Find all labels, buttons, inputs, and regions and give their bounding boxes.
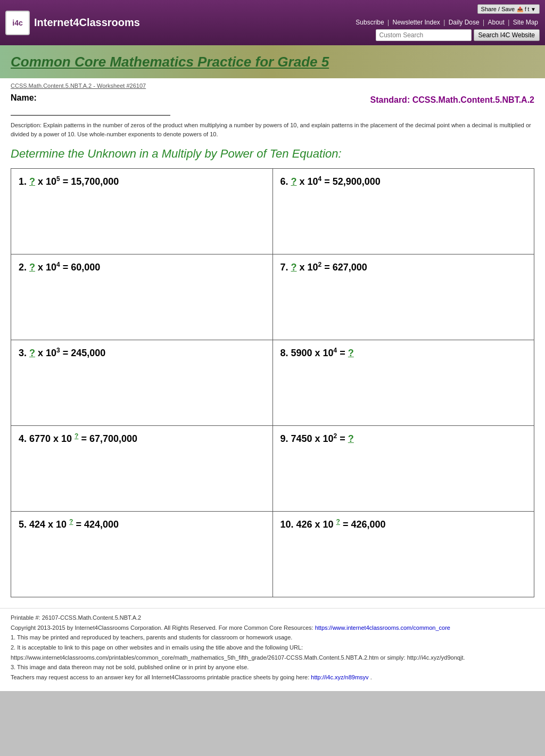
site-title: Internet4Classrooms bbox=[34, 17, 140, 29]
problem-4: 4. 6770 x 10 ? = 67,700,000 bbox=[11, 426, 273, 511]
search-input[interactable] bbox=[376, 29, 472, 41]
nav-area: Share / Save 📤 f t ▼ Subscribe | Newslet… bbox=[354, 4, 540, 41]
grid-row-2: 2. ? x 104 = 60,000 7. ? x 102 = 627,000 bbox=[11, 254, 534, 340]
main-content: CCSS.Math.Content.5.NBT.A.2 - Worksheet … bbox=[0, 78, 545, 608]
footer-note3: 3. This image and data thereon may not b… bbox=[11, 662, 534, 672]
problem-3-text: 3. ? x 103 = 245,000 bbox=[19, 348, 105, 358]
nav-newsletter[interactable]: Newsletter Index bbox=[392, 19, 440, 26]
problem-10-text: 10. 426 x 10 ? = 426,000 bbox=[280, 519, 386, 530]
problem-2-unknown: ? bbox=[29, 262, 35, 273]
description: Description: Explain patterns in the num… bbox=[11, 121, 534, 138]
problem-2: 2. ? x 104 = 60,000 bbox=[11, 254, 273, 340]
problem-9-unknown: ? bbox=[348, 433, 354, 444]
grid-row-5: 5. 424 x 10 ? = 424,000 10. 426 x 10 ? =… bbox=[11, 512, 534, 597]
problem-9: 9. 7450 x 102 = ? bbox=[273, 426, 534, 511]
search-button[interactable]: Search I4C Website bbox=[474, 29, 540, 41]
footer-copyright-link[interactable]: https://www.internet4classrooms.com/comm… bbox=[315, 624, 450, 631]
problem-3-unknown: ? bbox=[29, 348, 35, 358]
problem-6-text: 6. ? x 104 = 52,900,000 bbox=[280, 176, 381, 187]
name-label: Name: bbox=[11, 93, 370, 103]
footer-note2: 2. It is acceptable to link to this page… bbox=[11, 643, 534, 662]
nav-site-map[interactable]: Site Map bbox=[513, 19, 538, 26]
problem-7-unknown: ? bbox=[291, 262, 297, 273]
problem-5: 5. 424 x 10 ? = 424,000 bbox=[11, 512, 273, 597]
problem-8-text: 8. 5900 x 104 = ? bbox=[280, 348, 354, 358]
problem-5-unknown: ? bbox=[69, 518, 73, 525]
footer: Printable #: 26107-CCSS.Math.Content.5.N… bbox=[0, 608, 545, 691]
footer-printable: Printable #: 26107-CCSS.Math.Content.5.N… bbox=[11, 613, 534, 623]
grid-row-4: 4. 6770 x 10 ? = 67,700,000 9. 7450 x 10… bbox=[11, 426, 534, 512]
footer-note1: 1. This may be printed and reproduced by… bbox=[11, 632, 534, 643]
search-row: Search I4C Website bbox=[354, 29, 540, 41]
grid-row-1: 1. ? x 105 = 15,700,000 6. ? x 104 = 52,… bbox=[11, 169, 534, 254]
problem-6: 6. ? x 104 = 52,900,000 bbox=[273, 169, 534, 254]
name-section: Name: bbox=[11, 93, 370, 116]
problem-6-unknown: ? bbox=[291, 176, 297, 187]
banner: Common Core Mathematics Practice for Gra… bbox=[0, 45, 545, 78]
problem-3: 3. ? x 103 = 245,000 bbox=[11, 340, 273, 425]
problem-4-text: 4. 6770 x 10 ? = 67,700,000 bbox=[19, 433, 137, 444]
nav-links: Subscribe | Newsletter Index | Daily Dos… bbox=[354, 19, 540, 26]
grid-row-3: 3. ? x 103 = 245,000 8. 5900 x 104 = ? bbox=[11, 340, 534, 426]
footer-note4: Teachers may request access to an answer… bbox=[11, 672, 534, 683]
problem-2-text: 2. ? x 104 = 60,000 bbox=[19, 262, 100, 273]
problem-8: 8. 5900 x 104 = ? bbox=[273, 340, 534, 425]
problem-7-text: 7. ? x 102 = 627,000 bbox=[280, 262, 367, 273]
footer-copyright: Copyright 2013-2015 by Internet4Classroo… bbox=[11, 623, 534, 633]
logo-icon: i4c bbox=[5, 11, 30, 35]
footer-note4-link[interactable]: http://i4c.xyz/n89msyv bbox=[311, 674, 368, 680]
problem-10: 10. 426 x 10 ? = 426,000 bbox=[273, 512, 534, 597]
problem-5-text: 5. 424 x 10 ? = 424,000 bbox=[19, 519, 119, 530]
share-icon: 📤 f t ▼ bbox=[517, 6, 536, 12]
problem-1-text: 1. ? x 105 = 15,700,000 bbox=[19, 176, 119, 187]
problem-10-unknown: ? bbox=[336, 518, 340, 525]
problem-7: 7. ? x 102 = 627,000 bbox=[273, 254, 534, 340]
standard-label: Standard: CCSS.Math.Content.5.NBT.A.2 bbox=[370, 95, 534, 104]
worksheet-heading: Determine the Unknown in a Multiply by P… bbox=[11, 147, 534, 161]
standard-section: Standard: CCSS.Math.Content.5.NBT.A.2 bbox=[370, 93, 534, 105]
share-label: Share / Save bbox=[481, 6, 515, 12]
problem-4-unknown: ? bbox=[75, 432, 78, 440]
page-header: i4c Internet4Classrooms Share / Save 📤 f… bbox=[0, 0, 545, 45]
nav-daily-dose[interactable]: Daily Dose bbox=[449, 19, 480, 26]
nav-subscribe[interactable]: Subscribe bbox=[356, 19, 384, 26]
nav-about[interactable]: About bbox=[488, 19, 504, 26]
problems-grid: 1. ? x 105 = 15,700,000 6. ? x 104 = 52,… bbox=[11, 168, 534, 597]
name-line bbox=[11, 105, 170, 116]
problem-1: 1. ? x 105 = 15,700,000 bbox=[11, 169, 273, 254]
logo-text: i4c bbox=[12, 19, 22, 27]
share-save-widget[interactable]: Share / Save 📤 f t ▼ bbox=[477, 4, 540, 14]
problem-9-text: 9. 7450 x 102 = ? bbox=[280, 433, 354, 444]
logo-area: i4c Internet4Classrooms bbox=[5, 11, 140, 35]
name-standard-row: Name: Standard: CCSS.Math.Content.5.NBT.… bbox=[11, 93, 534, 116]
problem-1-unknown: ? bbox=[29, 176, 35, 187]
worksheet-id: CCSS.Math.Content.5.NBT.A.2 - Worksheet … bbox=[11, 83, 534, 89]
problem-8-unknown: ? bbox=[348, 348, 354, 358]
banner-title: Common Core Mathematics Practice for Gra… bbox=[11, 54, 329, 70]
